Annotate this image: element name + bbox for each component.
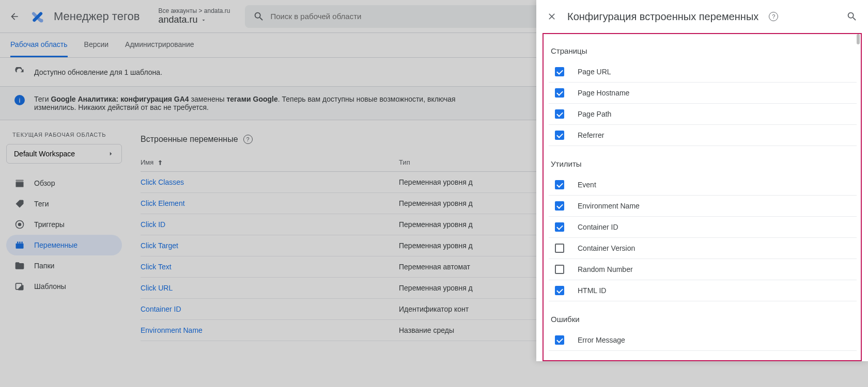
checkbox-label: Page URL bbox=[578, 68, 611, 76]
checkbox[interactable] bbox=[555, 201, 564, 211]
variable-checkbox-row[interactable]: Page Path bbox=[549, 104, 857, 125]
checkbox-label: Page Path bbox=[578, 110, 611, 118]
variable-checkbox-row[interactable]: Container Version bbox=[549, 238, 857, 259]
builtin-variables-panel: Конфигурация встроенных переменных ? Стр… bbox=[536, 0, 868, 361]
variable-checkbox-row[interactable]: Random Number bbox=[549, 259, 857, 280]
checkbox-label: Environment Name bbox=[578, 202, 640, 210]
checkbox[interactable] bbox=[555, 67, 564, 76]
search-icon[interactable] bbox=[846, 11, 858, 22]
scrollbar-indicator bbox=[857, 34, 860, 44]
section-title: Утилиты bbox=[548, 157, 857, 174]
section-title: Ошибки bbox=[548, 313, 857, 330]
checkbox-label: Event bbox=[578, 181, 596, 189]
checkbox[interactable] bbox=[555, 335, 564, 345]
variable-checkbox-row[interactable]: Page URL bbox=[549, 61, 857, 83]
help-icon[interactable]: ? bbox=[769, 12, 778, 21]
variable-checkbox-row[interactable]: Event bbox=[549, 174, 857, 196]
panel-title: Конфигурация встроенных переменных bbox=[567, 11, 758, 23]
variable-checkbox-row[interactable]: Page Hostname bbox=[549, 83, 857, 104]
checkbox-label: Container Version bbox=[578, 244, 635, 252]
checkbox-label: HTML ID bbox=[578, 286, 606, 295]
checkbox[interactable] bbox=[555, 265, 564, 274]
variable-checkbox-row[interactable]: Container ID bbox=[549, 217, 857, 238]
checkbox[interactable] bbox=[555, 88, 564, 98]
checkbox-label: Error Message bbox=[578, 336, 625, 344]
panel-header: Конфигурация встроенных переменных ? bbox=[536, 0, 868, 33]
variable-checkbox-row[interactable]: Error Message bbox=[549, 330, 857, 351]
checkbox-label: Page Hostname bbox=[578, 89, 629, 97]
checkbox[interactable] bbox=[555, 109, 564, 119]
variable-checkbox-row[interactable]: HTML ID bbox=[549, 280, 857, 301]
checkbox[interactable] bbox=[555, 222, 564, 232]
checkbox-label: Container ID bbox=[578, 223, 618, 231]
checkbox[interactable] bbox=[555, 131, 564, 140]
section-title: Страницы bbox=[548, 44, 857, 61]
checkbox[interactable] bbox=[555, 286, 564, 295]
checkbox-label: Referrer bbox=[578, 131, 604, 139]
checkbox[interactable] bbox=[555, 244, 564, 253]
checkbox-label: Random Number bbox=[578, 265, 633, 273]
variable-checkbox-row[interactable]: Referrer bbox=[549, 125, 857, 146]
variable-checkbox-row[interactable]: Environment Name bbox=[549, 196, 857, 217]
panel-body: СтраницыPage URLPage HostnamePage PathRe… bbox=[542, 33, 862, 361]
checkbox[interactable] bbox=[555, 180, 564, 189]
close-icon[interactable] bbox=[547, 11, 557, 22]
